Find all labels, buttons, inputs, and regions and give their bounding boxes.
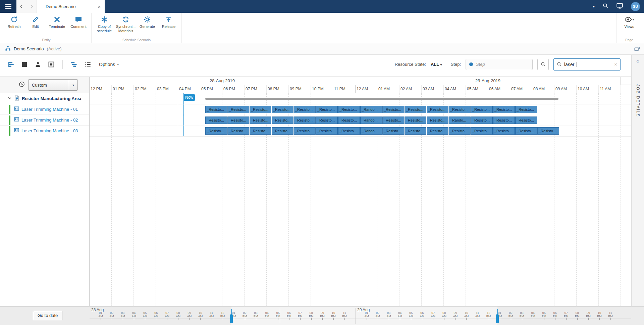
time-range-dropdown[interactable]: Custom ▾	[28, 79, 78, 91]
task-bar[interactable]: _Resisto...	[316, 127, 338, 135]
task-bar[interactable]: _Resisto...	[382, 117, 404, 124]
task-bar[interactable]: _Rando...	[360, 117, 382, 124]
task-bar[interactable]: _Resisto...	[471, 117, 493, 124]
timeline-hour-label: 06PM	[285, 311, 293, 318]
task-bar[interactable]: _Resisto...	[449, 127, 471, 135]
task-bar[interactable]: _Resisto...	[493, 117, 515, 124]
task-bar[interactable]: _Resisto...	[294, 106, 316, 113]
task-bar[interactable]: _Resisto...	[515, 117, 537, 124]
go-to-date-button[interactable]: Go to date	[33, 311, 62, 320]
task-bar[interactable]: _Resisto...	[471, 127, 493, 135]
tree-machine-row[interactable]: Laser Trimming Machine - 02	[0, 115, 89, 126]
task-bar[interactable]: _Resisto...	[272, 106, 293, 113]
machine-label[interactable]: Laser Trimming Machine - 02	[21, 118, 78, 123]
synchronize-materials-button[interactable]: Synchroni...Materials	[115, 15, 137, 33]
list-view-button[interactable]	[85, 61, 91, 67]
task-bar[interactable]: _Resisto...	[405, 117, 426, 124]
release-button[interactable]: Release	[158, 15, 179, 33]
generate-button[interactable]: Generate	[137, 15, 158, 33]
menu-icon[interactable]	[0, 0, 16, 13]
task-bar[interactable]: _Resisto...	[227, 117, 249, 124]
task-bar[interactable]: _Resisto...	[294, 117, 316, 124]
task-bar[interactable]: _Resisto...	[227, 106, 249, 113]
timeline-range-handle-right[interactable]	[496, 314, 499, 323]
step-search-button[interactable]	[537, 59, 549, 70]
task-bar[interactable]: _Resisto...	[382, 106, 404, 113]
task-bar[interactable]: _Resisto...	[493, 127, 515, 135]
hour-header-cell: 11 PM	[333, 85, 355, 93]
task-bar[interactable]: _Resisto...	[272, 117, 293, 124]
task-bar[interactable]: _Resisto...	[338, 127, 360, 135]
collapse-panel-icon[interactable]: «	[632, 58, 644, 64]
frame-view-button[interactable]	[48, 61, 54, 67]
chevron-down-icon[interactable]	[7, 96, 12, 102]
task-bar[interactable]: _Resisto...	[205, 117, 227, 124]
task-bar[interactable]: _Resisto...	[405, 127, 426, 135]
task-bar[interactable]: _Rando...	[449, 117, 471, 124]
search-input[interactable]: laser ×	[553, 58, 621, 71]
task-bar[interactable]: _Resisto...	[405, 106, 426, 113]
task-bar[interactable]: _Resisto...	[493, 106, 515, 113]
task-bar[interactable]: _Resisto...	[515, 127, 537, 135]
task-bar[interactable]: _Resisto...	[316, 106, 338, 113]
step-input[interactable]: Step	[466, 59, 533, 70]
task-bar[interactable]: _Resisto...	[338, 106, 360, 113]
views-button[interactable]: ▾Views	[619, 15, 640, 29]
date-header: 28-Aug-201929-Aug-2019	[90, 77, 631, 85]
refresh-button[interactable]: Refresh	[3, 15, 25, 29]
task-bar[interactable]: _Resisto...	[427, 127, 448, 135]
task-bar[interactable]: _Resisto...	[471, 106, 493, 113]
task-bar[interactable]: _Resisto...	[338, 117, 360, 124]
gantt-view-button[interactable]	[7, 61, 14, 67]
task-bar[interactable]: _Resisto...	[205, 106, 227, 113]
task-bar[interactable]: _Resisto...	[250, 117, 271, 124]
task-bar[interactable]: _Resisto...	[205, 127, 227, 135]
close-icon[interactable]: ×	[97, 4, 101, 9]
tree-machine-row[interactable]: Laser Trimming Machine - 03	[0, 126, 89, 136]
task-bar[interactable]: _Resisto...	[316, 117, 338, 124]
comment-button[interactable]: Comment	[68, 15, 89, 29]
copy-of-schedule-button[interactable]: Copy ofschedule	[94, 15, 115, 33]
timeline-range-handle-left[interactable]	[230, 314, 233, 323]
chevron-down-icon: ▾	[69, 80, 77, 90]
step-dot-icon	[469, 62, 473, 66]
task-bar[interactable]: _Rando...	[360, 127, 382, 135]
chevron-down-icon[interactable]: ▾	[593, 4, 595, 9]
machine-label[interactable]: Laser Trimming Machine - 03	[21, 128, 78, 133]
back-icon[interactable]	[16, 4, 26, 9]
monitor-icon[interactable]	[616, 3, 623, 10]
timeline-minimap: 28 Aug01AM02AM03AM04AM05AM06AM07AM08AM09…	[90, 307, 631, 325]
block-view-button[interactable]	[21, 61, 28, 67]
terminate-button[interactable]: Terminate	[46, 15, 68, 29]
forward-icon[interactable]	[26, 4, 37, 9]
job-details-panel-tab[interactable]: « JOB DETAILS	[631, 55, 644, 306]
timeline-hour-label: 04PM	[263, 311, 271, 318]
fullscreen-icon[interactable]	[634, 43, 640, 55]
task-bar[interactable]: _Resisto...	[382, 127, 404, 135]
task-bar[interactable]: _Resisto...	[250, 127, 271, 135]
edit-button[interactable]: Edit	[25, 15, 46, 29]
tab-demo-scenario[interactable]: Demo Scenario ×	[37, 0, 105, 13]
task-bar[interactable]: _Resisto...	[449, 106, 471, 113]
hour-header-cell: 05 AM	[466, 85, 488, 93]
task-bar[interactable]: _Resisto...	[537, 127, 559, 135]
task-bar[interactable]: _Resisto...	[515, 106, 537, 113]
task-bar[interactable]: _Resisto...	[427, 106, 448, 113]
task-bar[interactable]: _Resisto...	[272, 127, 293, 135]
timeline-hour-label: 11PM	[607, 311, 614, 318]
resource-view-button[interactable]	[35, 61, 41, 67]
task-bar[interactable]: _Resisto...	[294, 127, 316, 135]
options-button[interactable]: Options ▾	[99, 62, 119, 67]
search-icon[interactable]	[603, 3, 608, 10]
tree-area-row[interactable]: Resistor Manufacturing Area	[0, 93, 89, 104]
task-bar[interactable]: _Resisto...	[250, 106, 271, 113]
resource-state-dropdown[interactable]: ALL ▾	[431, 62, 442, 67]
avatar[interactable]: SU	[631, 2, 640, 11]
clear-icon[interactable]: ×	[614, 61, 617, 67]
task-bar[interactable]: _Rando...	[360, 106, 382, 113]
resource-gantt-view-button[interactable]	[71, 61, 77, 67]
task-bar[interactable]: _Resisto...	[427, 117, 448, 124]
tree-machine-row[interactable]: Laser Trimming Machine - 01	[0, 104, 89, 115]
machine-label[interactable]: Laser Trimming Machine - 01	[21, 107, 78, 112]
task-bar[interactable]: _Resisto...	[227, 127, 249, 135]
